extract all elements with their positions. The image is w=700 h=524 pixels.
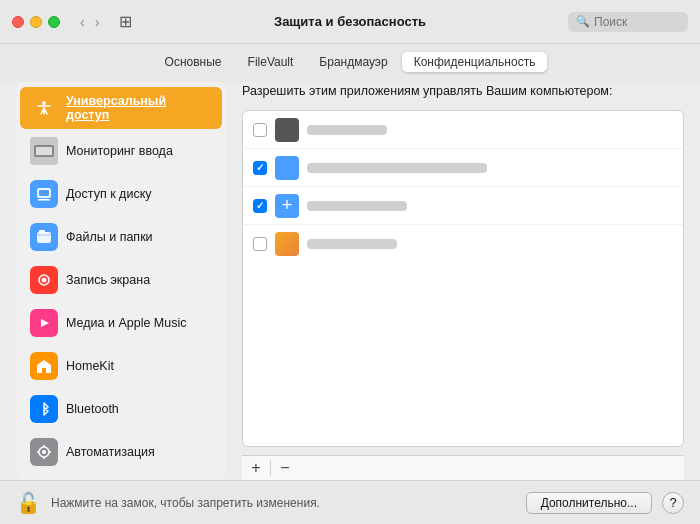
disk-icon [30, 180, 58, 208]
svg-point-10 [42, 278, 47, 283]
homekit-icon [30, 352, 58, 380]
accessibility-icon [30, 94, 58, 122]
table-row: + [243, 187, 683, 225]
lock-icon[interactable]: 🔓 [16, 491, 41, 515]
app-icon-1 [275, 118, 299, 142]
sidebar-label-accessibility: Универсальный доступ [66, 94, 212, 122]
sidebar-label-monitoring: Мониторинг ввода [66, 144, 173, 158]
nav-buttons: ‹ › [76, 12, 103, 32]
search-icon: 🔍 [576, 15, 590, 28]
app-name-2 [307, 163, 487, 173]
app-checkbox-3[interactable] [253, 199, 267, 213]
svg-rect-7 [37, 232, 51, 243]
app-name-1 [307, 125, 387, 135]
svg-rect-3 [36, 147, 52, 155]
app-checkbox-1[interactable] [253, 123, 267, 137]
app-name-3 [307, 201, 407, 211]
right-panel: Разрешить этим приложениям управлять Ваш… [242, 82, 684, 480]
sidebar-label-media: Медиа и Apple Music [66, 316, 186, 330]
window-title: Защита и безопасность [274, 14, 426, 29]
automation-icon [30, 438, 58, 466]
panel-title: Разрешить этим приложениям управлять Ваш… [242, 84, 684, 98]
app-checkbox-4[interactable] [253, 237, 267, 251]
titlebar: ‹ › ⊞ Защита и безопасность 🔍 [0, 0, 700, 44]
sidebar-item-disk[interactable]: Доступ к диску [20, 173, 222, 215]
list-actions: + − [242, 455, 684, 480]
sidebar-label-automation: Автоматизация [66, 445, 155, 459]
grid-icon[interactable]: ⊞ [119, 12, 132, 31]
app-checkbox-2[interactable] [253, 161, 267, 175]
svg-rect-6 [38, 199, 50, 201]
sidebar-label-files: Файлы и папки [66, 230, 153, 244]
apps-list: + [242, 110, 684, 447]
svg-rect-8 [39, 230, 45, 233]
advanced-button[interactable]: Дополнительно... [526, 492, 652, 514]
forward-button[interactable]: › [91, 12, 104, 32]
remove-app-button[interactable]: − [271, 456, 299, 480]
sidebar-item-bluetooth[interactable]: Bluetooth [20, 388, 222, 430]
app-icon-3: + [275, 194, 299, 218]
svg-point-0 [42, 101, 46, 105]
search-bar[interactable]: 🔍 [568, 12, 688, 32]
tab-privacy[interactable]: Конфиденциальность [402, 52, 548, 72]
table-row [243, 225, 683, 263]
minimize-button[interactable] [30, 16, 42, 28]
back-button[interactable]: ‹ [76, 12, 89, 32]
table-row [243, 111, 683, 149]
search-input[interactable] [594, 15, 674, 29]
media-icon [30, 309, 58, 337]
app-icon-4 [275, 232, 299, 256]
app-name-4 [307, 239, 397, 249]
files-icon [30, 223, 58, 251]
bluetooth-icon [30, 395, 58, 423]
help-button[interactable]: ? [662, 492, 684, 514]
sidebar-label-homekit: HomeKit [66, 359, 114, 373]
sidebar-label-bluetooth: Bluetooth [66, 402, 119, 416]
monitoring-icon [30, 137, 58, 165]
sidebar-item-homekit[interactable]: HomeKit [20, 345, 222, 387]
close-button[interactable] [12, 16, 24, 28]
tab-firewall[interactable]: Брандмауэр [307, 52, 399, 72]
traffic-lights [12, 16, 60, 28]
svg-point-12 [42, 450, 46, 454]
sidebar-item-monitoring[interactable]: Мониторинг ввода [20, 130, 222, 172]
tab-filevault[interactable]: FileVault [236, 52, 306, 72]
screen-icon [30, 266, 58, 294]
tabs-bar: Основные FileVault Брандмауэр Конфиденци… [0, 44, 700, 82]
sidebar-item-automation[interactable]: Автоматизация [20, 431, 222, 473]
sidebar-label-disk: Доступ к диску [66, 187, 152, 201]
sidebar: Универсальный доступ Мониторинг ввода [16, 82, 226, 480]
maximize-button[interactable] [48, 16, 60, 28]
svg-rect-5 [39, 190, 49, 196]
add-app-button[interactable]: + [242, 456, 270, 480]
sidebar-item-media[interactable]: Медиа и Apple Music [20, 302, 222, 344]
tab-basic[interactable]: Основные [153, 52, 234, 72]
sidebar-item-screen[interactable]: Запись экрана [20, 259, 222, 301]
sidebar-label-screen: Запись экрана [66, 273, 150, 287]
sidebar-item-more[interactable] [20, 474, 222, 480]
bottom-bar: 🔓 Нажмите на замок, чтобы запретить изме… [0, 480, 700, 524]
app-icon-2 [275, 156, 299, 180]
lock-text: Нажмите на замок, чтобы запретить измене… [51, 496, 516, 510]
sidebar-item-accessibility[interactable]: Универсальный доступ [20, 87, 222, 129]
main-content: Универсальный доступ Мониторинг ввода [0, 82, 700, 480]
table-row [243, 149, 683, 187]
sidebar-item-files[interactable]: Файлы и папки [20, 216, 222, 258]
